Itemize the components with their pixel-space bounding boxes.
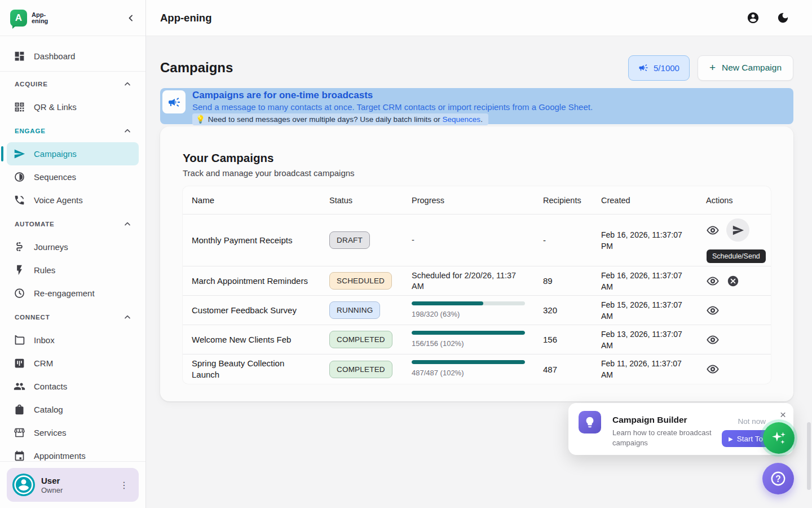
col-header-actions: Actions (700, 196, 771, 205)
created-date: Feb 16, 2026, 11:37:07 AM (601, 270, 700, 292)
created-date: Feb 15, 2026, 11:37:07 AM (601, 299, 700, 322)
dark-mode-moon-icon[interactable] (776, 11, 789, 24)
sidebar-item-label: Appointments (34, 451, 86, 461)
sidebar-item-journeys[interactable]: Journeys (7, 235, 139, 259)
view-eye-button[interactable] (706, 333, 720, 347)
campaign-quota-badge[interactable]: 5/1000 (628, 55, 690, 81)
topbar: App-ening (146, 0, 812, 36)
sidebar-item-contacts[interactable]: Contacts (7, 375, 139, 398)
more-options-icon[interactable]: ⋮ (115, 478, 133, 493)
sidebar-item-label: Contacts (34, 382, 67, 391)
app-title: App-ening (160, 12, 211, 24)
divider (0, 71, 145, 72)
kanban-icon (14, 357, 25, 369)
not-now-button[interactable]: Not now (738, 417, 766, 426)
col-header-progress: Progress (412, 196, 543, 205)
x-circle-icon (727, 275, 739, 287)
sidebar-section-connect[interactable]: CONNECT (7, 306, 139, 329)
status-badge: DRAFT (329, 231, 370, 249)
recipients-count: 320 (543, 305, 601, 315)
account-circle-icon[interactable] (747, 11, 760, 24)
megaphone-icon (638, 63, 648, 73)
view-eye-button[interactable] (706, 304, 720, 317)
progress-cell: Scheduled for 2/20/26, 11:37 AM (412, 270, 543, 292)
campaign-name: Spring Beauty Collection Launch (183, 358, 329, 380)
progress-caption: 198/320 (63%) (412, 309, 525, 319)
lightbulb-emoji-icon: 💡 (196, 115, 205, 124)
banner-title: Campaigns are for one-time broadcasts (192, 90, 793, 101)
col-header-created: Created (601, 196, 700, 205)
campaign-builder-popup: Campaign Builder Learn how to create bro… (568, 403, 793, 455)
sequences-icon (14, 171, 25, 183)
user-card[interactable]: User Owner ⋮ (7, 468, 139, 502)
sidebar-footer: User Owner ⋮ (0, 461, 145, 508)
plus-icon: + (709, 62, 716, 74)
col-header-status: Status (329, 196, 412, 205)
sidebar-nav: Dashboard ACQUIRE QR & Links ENGAGE Camp… (0, 36, 145, 461)
actions-cell (700, 333, 771, 347)
col-header-recipients: Recipients (543, 196, 601, 205)
play-icon: ▶ (729, 436, 733, 442)
new-campaign-label: New Campaign (722, 63, 782, 73)
section-subtitle: Track and manage your broadcast campaign… (183, 168, 771, 178)
sidebar: A App- ening Dashboard ACQUIRE QR & Link… (0, 0, 146, 508)
sidebar-item-appointments[interactable]: Appointments (7, 444, 139, 461)
help-fab[interactable]: ? (762, 463, 794, 494)
sidebar-item-label: Dashboard (34, 51, 75, 61)
sidebar-item-rules[interactable]: Rules (7, 259, 139, 282)
sidebar-item-reengagement[interactable]: Re-engagement (7, 282, 139, 305)
sequences-link[interactable]: Sequences (443, 115, 481, 124)
cancel-x-button[interactable] (726, 274, 740, 288)
sidebar-item-sequences[interactable]: Sequences (7, 165, 139, 189)
page-title: Campaigns (160, 60, 233, 76)
chevron-left-icon (125, 12, 136, 24)
sidebar-item-label: Campaigns (34, 149, 77, 159)
table-row: Customer Feedback Survey RUNNING 198/320… (183, 296, 771, 325)
progress-bar (412, 301, 525, 305)
sidebar-item-label: Rules (34, 265, 55, 275)
campaigns-table: Name Status Progress Recipients Created … (183, 186, 771, 384)
sidebar-item-dashboard[interactable]: Dashboard (7, 43, 139, 69)
sidebar-section-engage[interactable]: ENGAGE (7, 120, 139, 142)
sidebar-item-label: Inbox (34, 335, 55, 345)
view-eye-button[interactable] (706, 224, 720, 237)
user-meta: User Owner (41, 476, 63, 494)
close-icon[interactable]: × (780, 410, 786, 420)
sidebar-item-inbox[interactable]: Inbox (7, 329, 139, 352)
created-date: Feb 16, 2026, 11:37:07 PM (601, 229, 700, 252)
status-badge: SCHEDULED (329, 272, 392, 290)
section-label-text: CONNECT (15, 314, 50, 321)
person-icon (12, 474, 35, 496)
sidebar-section-automate[interactable]: AUTOMATE (7, 213, 139, 235)
phone-icon (14, 194, 25, 206)
progress-caption: 156/156 (102%) (412, 338, 525, 349)
sidebar-item-qr-links[interactable]: QR & Links (7, 95, 139, 119)
sidebar-section-acquire[interactable]: ACQUIRE (7, 73, 139, 95)
section-label-text: AUTOMATE (15, 221, 55, 227)
view-eye-button[interactable] (706, 274, 720, 288)
progress-cell: - (412, 235, 543, 246)
sidebar-item-label: Voice Agents (34, 195, 83, 205)
sidebar-item-crm[interactable]: CRM (7, 352, 139, 375)
sidebar-item-services[interactable]: Services (7, 421, 139, 444)
scrollbar-thumb[interactable] (807, 422, 811, 490)
sidebar-collapse-button[interactable] (125, 12, 136, 24)
ai-assistant-fab[interactable] (763, 422, 795, 454)
sidebar-header: A App- ening (0, 0, 145, 36)
page-header: Campaigns 5/1000 + New Campaign (160, 55, 793, 81)
actions-cell (700, 274, 771, 288)
info-banner: Campaigns are for one-time broadcasts Se… (160, 88, 793, 124)
created-date: Feb 13, 2026, 11:37:07 AM (601, 329, 700, 351)
recipients-count: 156 (543, 335, 601, 344)
schedule-send-button[interactable] (726, 218, 749, 242)
chevron-up-icon (123, 313, 132, 322)
view-eye-button[interactable] (706, 362, 720, 376)
sidebar-item-campaigns[interactable]: Campaigns (7, 142, 139, 165)
sidebar-item-label: Re-engagement (34, 288, 95, 298)
sidebar-item-voice-agents[interactable]: Voice Agents (7, 189, 139, 212)
sparkles-icon (770, 430, 787, 446)
new-campaign-button[interactable]: + New Campaign (698, 55, 793, 81)
chevron-up-icon (123, 80, 132, 89)
sidebar-item-catalog[interactable]: Catalog (7, 398, 139, 421)
calendar-icon (14, 450, 25, 461)
